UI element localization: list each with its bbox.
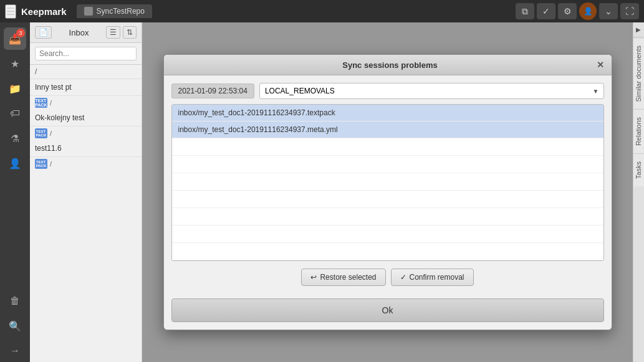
panel-title: Inbox [54, 28, 103, 37]
modal-close-button[interactable]: ✕ [597, 60, 604, 70]
modal-title: Sync sessions problems [184, 60, 597, 70]
restore-icon: ↩ [310, 273, 317, 282]
title-bar-actions: ⧉ ✓ ⚙ 👤 ⌄ ⛶ [516, 2, 639, 20]
right-tab-tasks[interactable]: Tasks [633, 153, 644, 186]
main-content: Sync sessions problems ✕ 2021-01-09 22:5… [142, 22, 633, 362]
confirm-icon: ✓ [400, 273, 406, 282]
new-document-button[interactable]: 📄 [35, 26, 52, 39]
restore-selected-button[interactable]: ↩ Restore selected [301, 269, 385, 286]
view-toggle-button[interactable]: ☰ [106, 26, 120, 39]
sidebar-item-filter[interactable]: ⚗ [4, 127, 26, 150]
doc-icon: TEXTPACK [35, 128, 47, 138]
file-row[interactable] [172, 173, 603, 191]
list-item[interactable]: Inny test pt [30, 79, 142, 96]
doc-icon: TEXTPACK [35, 159, 47, 169]
modal-footer: Ok [164, 293, 612, 330]
confirm-label: Confirm removal [410, 273, 464, 282]
copy-button[interactable]: ⧉ [516, 3, 534, 19]
expand-button[interactable]: ⛶ [620, 3, 639, 19]
type-select-wrapper: LOCAL_REMOVALS [259, 83, 604, 99]
avatar-label: 👤 [584, 7, 593, 16]
modal-top-row: 2021-01-09 22:53:04 LOCAL_REMOVALS [171, 83, 604, 99]
left-panel: 📄 Inbox ☰ ⇅ / Inny test pt TEXTPACK / Ok… [30, 22, 142, 362]
sort-button[interactable]: ⇅ [123, 26, 137, 39]
list-item-sub[interactable]: TEXTPACK / [30, 157, 142, 171]
type-select[interactable]: LOCAL_REMOVALS [259, 83, 604, 99]
file-row[interactable]: inbox/my_test_doc1-20191116234937.textpa… [172, 105, 603, 121]
active-tab[interactable]: SyncTestRepo [77, 4, 152, 18]
file-row[interactable] [172, 226, 603, 243]
avatar-button[interactable]: 👤 [579, 2, 597, 20]
left-panel-toolbar: 📄 Inbox ☰ ⇅ [30, 22, 142, 43]
list-item-sub[interactable]: TEXTPACK / [30, 126, 142, 140]
sidebar-icons: 📥 3 ★ 📁 🏷 ⚗ 👤 🗑 🔍 → [0, 22, 30, 362]
right-panel-expand[interactable]: ▶ [633, 22, 643, 37]
file-list-container: inbox/my_test_doc1-20191116234937.textpa… [171, 104, 604, 261]
sidebar-item-users[interactable]: 👤 [4, 152, 26, 174]
right-tab-relations[interactable]: Relations [633, 109, 644, 153]
check-button[interactable]: ✓ [537, 3, 555, 19]
file-row[interactable] [172, 156, 603, 173]
app-logo: Keepmark [21, 6, 67, 17]
chevron-down-button[interactable]: ⌄ [599, 3, 618, 19]
search-bar [30, 43, 142, 65]
list-item[interactable]: test11.6 [30, 140, 142, 157]
title-bar: ☰ Keepmark SyncTestRepo ⧉ ✓ ⚙ 👤 ⌄ ⛶ [0, 0, 644, 22]
breadcrumb: / [30, 65, 142, 79]
right-tab-similar-documents[interactable]: Similar documents [633, 37, 644, 109]
search-input[interactable] [35, 47, 137, 60]
tab-icon [84, 7, 93, 16]
inbox-badge: 3 [16, 29, 25, 37]
right-panel: ▶ Similar documents Relations Tasks [633, 22, 644, 362]
sidebar-item-search[interactable]: 🔍 [4, 315, 26, 337]
document-list: Inny test pt TEXTPACK / Ok-kolejny test … [30, 79, 142, 362]
modal-header: Sync sessions problems ✕ [164, 55, 612, 75]
list-item-sub[interactable]: TEXTPACK / [30, 96, 142, 110]
file-row[interactable] [172, 191, 603, 208]
modal-actions: ↩ Restore selected ✓ Confirm removal [171, 269, 604, 286]
sidebar-item-folders[interactable]: 📁 [4, 77, 26, 100]
sidebar-item-navigate[interactable]: → [4, 340, 26, 362]
settings-button[interactable]: ⚙ [558, 3, 577, 19]
sidebar-item-inbox[interactable]: 📥 3 [4, 27, 26, 50]
confirm-removal-button[interactable]: ✓ Confirm removal [391, 269, 474, 286]
tab-label: SyncTestRepo [97, 7, 145, 16]
file-row[interactable]: inbox/my_test_doc1-20191116234937.meta.y… [172, 121, 603, 138]
modal-dialog: Sync sessions problems ✕ 2021-01-09 22:5… [163, 54, 612, 330]
date-badge: 2021-01-09 22:53:04 [171, 83, 254, 98]
hamburger-button[interactable]: ☰ [5, 4, 16, 19]
modal-body: 2021-01-09 22:53:04 LOCAL_REMOVALS inbox… [164, 75, 612, 293]
file-list: inbox/my_test_doc1-20191116234937.textpa… [172, 105, 603, 260]
file-row[interactable] [172, 243, 603, 260]
ok-button[interactable]: Ok [171, 298, 604, 322]
modal-overlay: Sync sessions problems ✕ 2021-01-09 22:5… [142, 22, 633, 362]
list-item[interactable]: Ok-kolejny test [30, 110, 142, 126]
sidebar-item-trash[interactable]: 🗑 [4, 290, 26, 312]
file-row[interactable] [172, 208, 603, 226]
restore-label: Restore selected [320, 273, 376, 282]
main-layout: 📥 3 ★ 📁 🏷 ⚗ 👤 🗑 🔍 → 📄 Inbox ☰ ⇅ / Inny t… [0, 22, 644, 362]
sidebar-item-tags[interactable]: 🏷 [4, 102, 26, 125]
doc-icon: TEXTPACK [35, 98, 47, 108]
sidebar-item-favorites[interactable]: ★ [4, 52, 26, 75]
file-row[interactable] [172, 138, 603, 156]
